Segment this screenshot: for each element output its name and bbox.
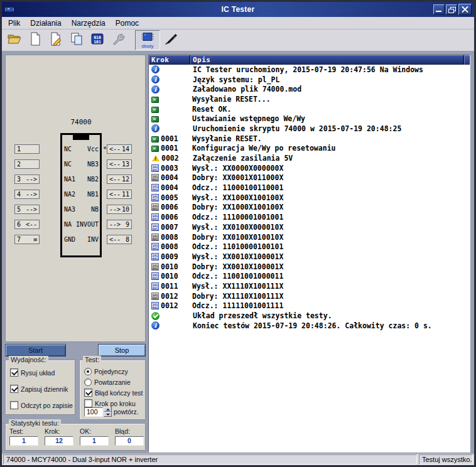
log-row[interactable]: 0006Odcz.: 11100001001001 bbox=[149, 212, 470, 222]
checkbox[interactable] bbox=[10, 368, 18, 377]
log-row[interactable]: 0001Konfiguracja We/Wy po resetowaniu bbox=[149, 144, 470, 154]
log-row[interactable]: 0006Dobry: XX1000X100100X bbox=[149, 203, 470, 213]
log-message: Dobry: XX0010X100001X bbox=[192, 262, 283, 271]
diody-toggle-button[interactable]: diody bbox=[135, 30, 160, 50]
log-row[interactable]: 0004Dobry: XX0001X011000X bbox=[149, 173, 470, 183]
open-file-button[interactable] bbox=[5, 31, 24, 49]
send-bits-button[interactable]: 010 101 bbox=[88, 31, 107, 49]
log-message: Odcz.: 11100001001001 bbox=[192, 213, 283, 222]
log-message: Ustawianie wstępnego We/Wy bbox=[192, 114, 305, 123]
test-checkbox-row[interactable]: Krok po kroku bbox=[84, 399, 136, 408]
stat-value: 1 bbox=[9, 436, 38, 446]
log-message: Dobry: XX0100X010010X bbox=[192, 233, 283, 242]
start-button[interactable]: Start bbox=[5, 344, 66, 357]
log-message: Dobry: XX1110X100111X bbox=[192, 292, 283, 301]
menu-item-pomoc[interactable]: Pomoc bbox=[111, 18, 144, 29]
checkbox[interactable] bbox=[84, 389, 92, 397]
log-row[interactable]: Uruchomienie skryptu 74000 w 2015-07-19 … bbox=[149, 124, 470, 134]
log-row[interactable]: 0003Wysł.: XX0000X000000X bbox=[149, 163, 470, 173]
log-row[interactable]: 0001Wysyłanie RESET. bbox=[149, 134, 470, 144]
bits-icon bbox=[151, 302, 159, 309]
restore-button[interactable] bbox=[446, 4, 457, 14]
binary-chip-icon: 010 101 bbox=[90, 32, 104, 48]
log-row[interactable]: 0009Wysł.: XX0010X100001X bbox=[149, 252, 470, 262]
log-row[interactable]: 0008Odcz.: 11010000100101 bbox=[149, 242, 470, 252]
performance-group-title: Wydajność: bbox=[9, 356, 48, 363]
log-row[interactable]: 0012Dobry: XX1110X100111X bbox=[149, 291, 470, 301]
log-row[interactable]: 0004Odcz.: 11000100110001 bbox=[149, 183, 470, 193]
log-row[interactable]: 0010Odcz.: 11001001000011 bbox=[149, 271, 470, 281]
log-row[interactable]: Koniec testów 2015-07-19 20:48:26. Całko… bbox=[149, 321, 470, 331]
performance-group: Wydajność: Rysuj układZapisuj dziennikOd… bbox=[5, 360, 75, 415]
probe-button[interactable] bbox=[162, 31, 181, 49]
settings-button[interactable] bbox=[109, 31, 127, 49]
log-row[interactable]: 0005Wysł.: XX1000X100100X bbox=[149, 193, 470, 203]
new-file-button[interactable] bbox=[26, 31, 45, 49]
log-message: Wysł.: XX1110X100111X bbox=[192, 282, 283, 291]
log-message: Reset OK. bbox=[192, 105, 231, 114]
new-document-icon bbox=[28, 32, 42, 48]
log-row[interactable]: Układ przeszedł wszystkie testy. bbox=[149, 311, 470, 321]
log-row[interactable]: Język systemu: pl_PL bbox=[149, 75, 470, 85]
pin-label-NA1: NA1 bbox=[64, 176, 75, 183]
log-row[interactable]: 0007Wysł.: XX0100X000010X bbox=[149, 222, 470, 232]
log-row[interactable]: Wysyłanie RESET... bbox=[149, 94, 470, 104]
statusbar: 74000 - MCY74000 - Dual 3-input NOR + in… bbox=[2, 454, 474, 465]
test-radio-row[interactable]: Pojedynczy bbox=[84, 367, 128, 376]
window-title: IC Tester bbox=[2, 5, 474, 14]
perf-checkbox-row[interactable]: Odczyt po zapisie bbox=[10, 400, 73, 410]
pin-label-NB3: NB3 bbox=[87, 161, 99, 168]
perf-checkbox-row[interactable]: Zapisuj dziennik bbox=[10, 384, 68, 394]
log-row[interactable]: 0008Dobry: XX0100X010010X bbox=[149, 232, 470, 242]
checkbox[interactable] bbox=[84, 399, 92, 407]
test-checkbox-row[interactable]: Błąd kończy test bbox=[84, 388, 143, 397]
radio[interactable] bbox=[84, 378, 92, 386]
pin-box-5: 5--> bbox=[14, 205, 40, 214]
log-row[interactable]: 0002Załączenie zasilania 5V bbox=[149, 153, 470, 163]
log-step: 0006 bbox=[161, 203, 192, 212]
log-message: Układ przeszedł wszystkie testy. bbox=[193, 311, 332, 320]
repeat-suffix-label: powtórz. bbox=[114, 408, 139, 416]
log-row[interactable]: IC Tester uruchomiony, 2015-07-19 20:47:… bbox=[149, 65, 470, 75]
radio-label: Powtarzanie bbox=[94, 378, 131, 386]
log-row[interactable]: Reset OK. bbox=[149, 104, 470, 114]
bits-icon bbox=[151, 253, 159, 260]
log-row[interactable]: 0011Wysł.: XX1110X100111X bbox=[149, 281, 470, 291]
log-column-krok[interactable]: Krok bbox=[149, 55, 190, 65]
log-message: Wysł.: XX1000X100100X bbox=[192, 193, 283, 202]
stat-label: OK: bbox=[80, 427, 112, 435]
bits-icon bbox=[151, 194, 159, 201]
log-message: Wysyłanie RESET... bbox=[192, 95, 271, 104]
menu-item-działania[interactable]: Działania bbox=[25, 18, 66, 29]
log-step: 0007 bbox=[161, 223, 192, 232]
app-window: IC Tester PlikDziałaniaNarzędziaPomoc bbox=[0, 0, 476, 467]
warn-icon bbox=[151, 154, 160, 163]
log-row[interactable]: 0010Dobry: XX0010X100001X bbox=[149, 262, 470, 272]
checkbox-label: Odczyt po zapisie bbox=[21, 402, 73, 409]
test-radio-row[interactable]: Powtarzanie bbox=[84, 377, 131, 387]
checkbox[interactable] bbox=[10, 401, 18, 409]
copy-log-button[interactable] bbox=[67, 31, 86, 49]
log-list[interactable]: IC Tester uruchomiony, 2015-07-19 20:47:… bbox=[149, 65, 470, 452]
pin-box-1: 1 bbox=[14, 144, 40, 154]
menu-item-plik[interactable]: Plik bbox=[3, 18, 25, 29]
log-row[interactable]: 0012Odcz.: 11111001001111 bbox=[149, 301, 470, 311]
chip-icon bbox=[151, 116, 159, 122]
repeat-count-field[interactable]: 100 bbox=[84, 407, 103, 417]
log-row[interactable]: Ustawianie wstępnego We/Wy bbox=[149, 114, 470, 124]
minimize-button[interactable] bbox=[433, 4, 445, 14]
stop-button[interactable]: Stop bbox=[98, 344, 146, 357]
pin-box-3: 3--> bbox=[14, 174, 40, 184]
close-button[interactable] bbox=[458, 4, 472, 15]
checkbox[interactable] bbox=[10, 385, 18, 393]
log-step: 0012 bbox=[161, 301, 192, 310]
log-row[interactable]: Załadowano plik 74000.mod bbox=[149, 84, 470, 94]
spin-down-icon[interactable] bbox=[104, 412, 112, 417]
menu-item-narzędzia[interactable]: Narzędzia bbox=[67, 18, 111, 29]
edit-script-button[interactable] bbox=[46, 31, 65, 49]
info-icon bbox=[151, 85, 160, 94]
perf-checkbox-row[interactable]: Rysuj układ bbox=[10, 368, 55, 377]
radio[interactable] bbox=[84, 368, 92, 375]
pin-box-6: 6<-- bbox=[14, 220, 40, 229]
log-column-opis[interactable]: Opis bbox=[190, 55, 464, 65]
